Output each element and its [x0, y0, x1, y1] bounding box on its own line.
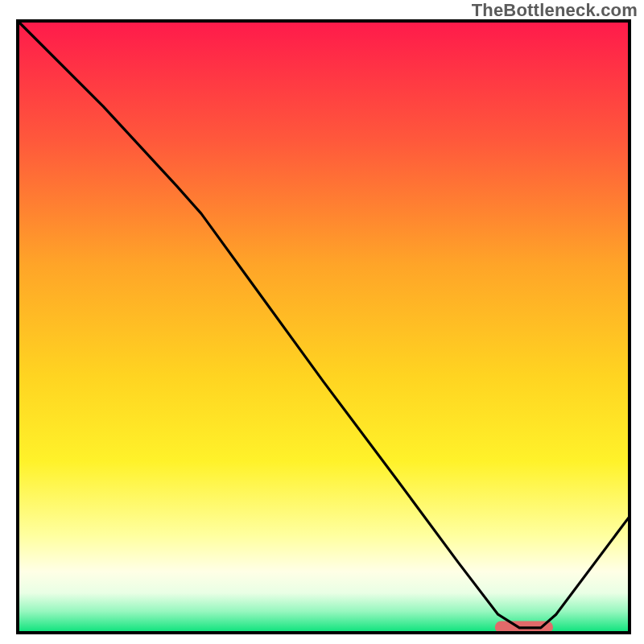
chart-canvas [0, 0, 644, 644]
watermark-text: TheBottleneck.com [472, 0, 638, 21]
